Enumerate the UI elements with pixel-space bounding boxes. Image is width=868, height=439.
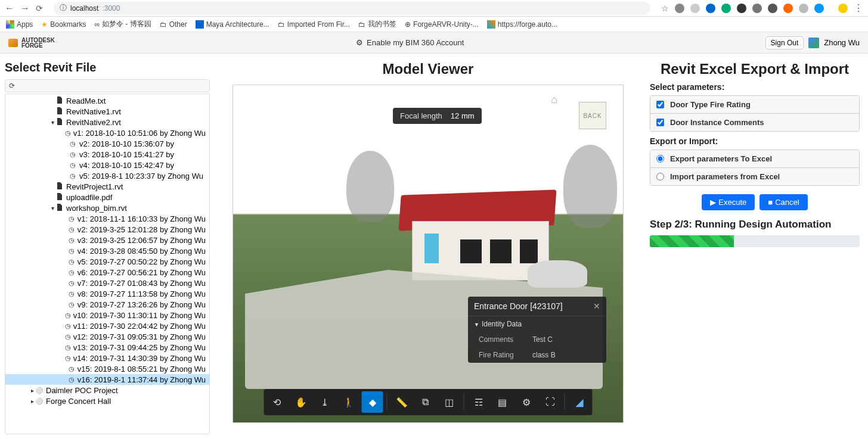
site-info-icon[interactable]: ⓘ [60, 3, 67, 13]
bookmark-item[interactable]: Maya Architecture... [196, 20, 269, 29]
tree-version-item[interactable]: ◷v3: 2018-10-10 15:41:27 by [5, 149, 209, 160]
tree-file-item[interactable]: uploadfile.pdf [5, 192, 209, 203]
tree-file-item[interactable]: RevitProject1.rvt [5, 181, 209, 192]
ext-icon[interactable] [737, 4, 746, 13]
file-tree[interactable]: ReadMe.txtRevitNative1.rvt▾RevitNative2.… [5, 94, 210, 434]
mode-radio[interactable] [656, 173, 664, 180]
model-viewer-canvas[interactable]: ⌂ BACK Focal length 12 mm Entrance Door … [232, 85, 624, 423]
tree-version-item[interactable]: ◷v5: 2019-8-1 10:23:37 by Zhong Wu [5, 170, 209, 181]
tree-version-item[interactable]: ◷v8: 2019-7-27 11:13:58 by Zhong Wu [5, 288, 209, 299]
tree-version-item[interactable]: ◷v15: 2019-8-1 08:55:21 by Zhong Wu [5, 363, 209, 374]
bookmark-item[interactable]: ⊕ForgeARVR-Unity-... [405, 20, 479, 29]
ext-icon[interactable] [768, 4, 777, 13]
ext-icon[interactable] [783, 4, 793, 13]
enable-bim360-button[interactable]: ⚙ Enable my BIM 360 Account [356, 38, 464, 47]
tree-version-item[interactable]: ◷v3: 2019-3-25 12:06:57 by Zhong Wu [5, 235, 209, 245]
nav-back-icon[interactable]: ← [5, 3, 14, 14]
tree-version-item[interactable]: ◷v9: 2019-7-27 13:26:26 by Zhong Wu [5, 299, 209, 310]
zoom-icon[interactable]: ⤓ [314, 391, 336, 413]
bookmark-folder[interactable]: 🗀Imported From Fir... [278, 20, 350, 29]
view-cube[interactable]: BACK [579, 102, 606, 129]
close-icon[interactable]: ✕ [593, 301, 600, 311]
ext-icon[interactable] [706, 4, 715, 13]
tree-project-item[interactable]: ▸⚪Forge Concert Hall [5, 396, 209, 406]
bookmark-item[interactable]: https://forge.auto... [487, 20, 557, 29]
url-path: :3000 [102, 4, 120, 13]
mode-radio[interactable] [656, 155, 664, 163]
properties-panel[interactable]: Entrance Door [423107] ✕ ▼Identity Data … [468, 297, 606, 363]
autodesk-logo-icon[interactable]: ◢ [569, 391, 590, 413]
progress-bar [650, 235, 860, 247]
profile-avatar-icon[interactable] [838, 4, 848, 13]
user-avatar-icon[interactable] [808, 38, 819, 48]
tree-file-item[interactable]: ▾RevitNative2.rvt [5, 117, 209, 127]
ext-icon[interactable] [799, 4, 808, 13]
app-header: AUTODESK FORGE ⚙ Enable my BIM 360 Accou… [0, 32, 868, 54]
tree-version-item[interactable]: ◷v4: 2018-10-10 15:42:47 by [5, 160, 209, 170]
signout-button[interactable]: Sign Out [765, 36, 804, 49]
ext-icon[interactable] [675, 4, 684, 13]
model-browser-icon[interactable]: ◫ [439, 391, 460, 413]
tree-project-item[interactable]: ▸⚪Daimler POC Project [5, 385, 209, 396]
structure-icon[interactable]: ☶ [468, 391, 489, 413]
focal-length-chip: Focal length 12 mm [393, 108, 482, 124]
param-option[interactable]: Door Instance Comments [650, 113, 859, 131]
tree-version-item[interactable]: ◷v13: 2019-7-31 09:44:25 by Zhong Wu [5, 342, 209, 353]
apps-button[interactable]: Apps [6, 20, 33, 29]
param-option[interactable]: Door Type Fire Rating [650, 96, 859, 113]
pan-icon[interactable]: ✋ [290, 391, 312, 413]
bookmark-star-icon[interactable]: ☆ [661, 4, 669, 13]
twisty-icon[interactable]: ▾ [49, 119, 55, 126]
twisty-icon[interactable]: ▾ [49, 205, 55, 211]
twisty-icon[interactable]: ▸ [29, 387, 35, 394]
bookmark-folder[interactable]: 🗀我的书签 [358, 19, 396, 29]
tree-version-item[interactable]: ◷v1: 2018-11-1 16:10:33 by Zhong Wu [5, 213, 209, 224]
ext-icon[interactable] [721, 4, 731, 13]
tree-version-item[interactable]: ◷v14: 2019-7-31 14:30:39 by Zhong Wu [5, 353, 209, 363]
param-checkbox[interactable] [656, 119, 664, 126]
cancel-button[interactable]: ■Cancel [760, 194, 807, 210]
reload-icon[interactable]: ⟳ [36, 4, 43, 13]
tree-version-item[interactable]: ◷v10: 2019-7-30 11:30:11 by Zhong Wu [5, 310, 209, 320]
tree-file-item[interactable]: ReadMe.txt [5, 95, 209, 106]
tree-version-item[interactable]: ◷v12: 2019-7-31 09:05:31 by Zhong Wu [5, 331, 209, 342]
orbit-icon[interactable]: ⟲ [266, 391, 288, 413]
measure-icon[interactable]: 📏 [391, 391, 413, 413]
address-bar[interactable]: ⓘ localhost:3000 [54, 2, 650, 15]
nav-forward-icon[interactable]: → [20, 3, 30, 14]
mode-option-import[interactable]: Import parameters from Excel [650, 167, 859, 185]
fullscreen-icon[interactable]: ⛶ [540, 391, 561, 413]
refresh-icon[interactable]: ⟳ [9, 82, 15, 90]
param-checkbox[interactable] [656, 101, 664, 108]
tree-file-item[interactable]: ▾workshop_bim.rvt [5, 203, 209, 213]
tree-version-item[interactable]: ◷v6: 2019-7-27 00:56:21 by Zhong Wu [5, 267, 209, 278]
tree-version-item[interactable]: ◷v4: 2019-3-28 08:45:50 by Zhong Wu [5, 245, 209, 256]
forge-logo[interactable]: AUTODESK FORGE [8, 38, 55, 48]
properties-section-header[interactable]: ▼Identity Data [468, 316, 606, 332]
section-icon[interactable]: ◆ [362, 391, 383, 413]
mode-option-export[interactable]: Export parameters To Excel [650, 150, 859, 167]
file-icon [55, 193, 64, 201]
bookmark-folder[interactable]: 🗀Other [160, 20, 187, 29]
tree-version-item[interactable]: ◷v5: 2019-7-27 00:50:22 by Zhong Wu [5, 256, 209, 267]
tree-version-item[interactable]: ◷v11: 2019-7-30 22:04:42 by Zhong Wu [5, 320, 209, 331]
execute-button[interactable]: ▶Execute [702, 194, 755, 210]
explode-icon[interactable]: ⧉ [415, 391, 436, 413]
tree-version-item[interactable]: ◷v1: 2018-10-10 10:51:06 by Zhong Wu [5, 127, 209, 138]
ext-icon[interactable] [814, 4, 824, 13]
tree-file-item[interactable]: RevitNative1.rvt [5, 106, 209, 117]
settings-icon[interactable]: ⚙ [516, 391, 537, 413]
tree-version-item[interactable]: ◷v16: 2019-8-1 11:37:44 by Zhong Wu [5, 374, 209, 385]
viewer-home-icon[interactable]: ⌂ [551, 94, 557, 106]
ext-icon[interactable] [690, 4, 700, 13]
tree-version-item[interactable]: ◷v2: 2019-3-25 12:01:28 by Zhong Wu [5, 224, 209, 235]
tree-version-item[interactable]: ◷v2: 2018-10-10 15:36:07 by [5, 138, 209, 149]
chrome-menu-icon[interactable]: ⋮ [854, 2, 863, 14]
ext-icon[interactable] [752, 4, 762, 13]
bookmark-item[interactable]: ★Bookmarks [41, 20, 86, 29]
tree-version-item[interactable]: ◷v7: 2019-7-27 01:08:43 by Zhong Wu [5, 278, 209, 288]
twisty-icon[interactable]: ▸ [29, 398, 35, 404]
walk-icon[interactable]: 🚶 [338, 391, 359, 413]
bookmark-item[interactable]: ∞如梦令 - 博客园 [94, 19, 151, 29]
properties-icon[interactable]: ▤ [492, 391, 513, 413]
